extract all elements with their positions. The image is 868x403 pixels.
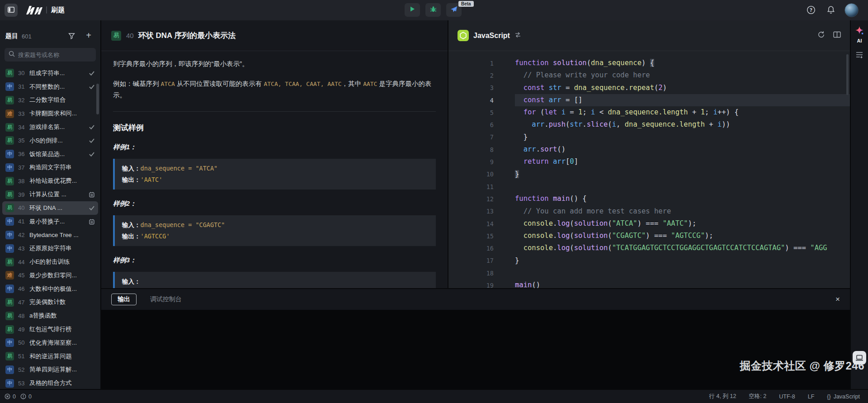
tab-debug-console[interactable]: 调试控制台 [150,295,182,303]
problem-list-item[interactable]: 中37构造回文字符串 [0,161,100,175]
queue-icon[interactable] [855,51,863,60]
top-bar: 刷题 Beta ? [0,0,868,20]
code-line[interactable]: 19main() [448,279,850,288]
code-line[interactable]: 1function solution(dna_sequence) { [448,57,850,69]
problem-list-item[interactable]: 难33卡牌翻面求和问... [0,107,100,120]
problem-list-item[interactable]: 易49红包运气排行榜 [0,322,100,336]
code-line[interactable]: 13 // You can add more test cases here [448,205,850,218]
problem-list-item[interactable]: 易51和的逆运算问题 [0,350,100,363]
code-line[interactable]: 14 console.log(solution("ATCA") === "AAT… [448,218,850,230]
problem-list-item[interactable]: 中36饭馆菜品选... [0,147,100,161]
indent-setting[interactable]: 空格: 2 [749,393,766,400]
run-button[interactable] [405,3,420,17]
layout-split-icon[interactable] [833,31,841,40]
problem-list-item[interactable]: 中42Bytedance Tree ... [0,228,100,242]
code-line[interactable]: 3 const str = dna_sequence.repeat(2) [448,82,850,94]
problem-list-item[interactable]: 易38补给站最优花费... [0,174,100,188]
code-line[interactable]: 17} [448,255,850,267]
code-area[interactable]: 1function solution(dna_sequence) {2 // P… [448,51,850,288]
code-line[interactable]: 9 return arr[0] [448,156,850,168]
sidebar-toggle-button[interactable] [5,4,18,17]
help-icon[interactable]: ? [807,5,816,16]
user-avatar[interactable] [844,3,859,17]
code-line[interactable]: 6 arr.push(str.slice(i, dna_sequence.len… [448,119,850,131]
tab-output[interactable]: 输出 [111,294,137,305]
difficulty-badge: 中 [5,231,14,239]
problem-list-item[interactable]: 难45最少步数归零问... [0,269,100,282]
line-number: 19 [448,282,500,288]
difficulty-badge: 中 [5,244,14,253]
eol-setting[interactable]: LF [808,394,815,400]
problem-number: 36 [18,151,27,157]
panel-toggle-icon [8,6,14,14]
problem-number: 50 [18,339,27,346]
problem-list-item[interactable]: 易34游戏排名第... [0,120,100,134]
code-line[interactable]: 8 arr.sort() [448,143,850,156]
problem-list-item[interactable]: 易47完美偶数计数 [0,296,100,309]
error-counter[interactable]: 0 [5,394,16,400]
play-icon [409,6,415,14]
difficulty-badge: 中 [5,338,14,347]
problem-title: 环状 DNA ... [29,204,62,212]
problem-list-item[interactable]: 中41最小替换子... [0,215,100,228]
line-number: 12 [448,195,500,203]
editor-scrollbar[interactable] [846,54,849,95]
problem-list-item[interactable]: 易39计算从位置 ... [0,188,100,201]
code-editor-panel: JavaScript 1function solution(dna_sequen… [448,20,850,288]
problem-list-item[interactable]: 中53及格的组合方式 [0,376,100,389]
sample-box: 输入： [113,272,436,288]
problem-list-item[interactable]: 易30组成字符串... [0,66,100,80]
language-mode[interactable]: {} JavaScript [827,394,860,400]
debug-button[interactable] [425,3,441,17]
problem-title: 游戏排名第... [29,123,65,131]
close-icon[interactable]: × [835,295,840,304]
problem-list-item[interactable]: 易44小E的射击训练 [0,255,100,269]
problem-list: 易30组成字符串...中31不同整数的...易32二分数字组合难33卡牌翻面求和… [0,66,100,389]
problem-number: 42 [18,232,27,238]
problem-list-item[interactable]: 中46大数和中的极值... [0,282,100,296]
add-problem-button[interactable]: + [86,30,91,41]
code-line[interactable]: 5 for (let i = 1; i < dna_sequence.lengt… [448,106,850,119]
sample-heading: 样例3： [113,256,436,265]
problem-number: 37 [18,164,27,171]
code-text: // Please write your code here [515,69,850,81]
code-text: console.log(solution("ATCA") === "AATC")… [515,218,850,230]
encoding[interactable]: UTF-8 [779,394,795,400]
code-line[interactable]: 16 console.log(solution("TCATGGAGTGCTCCT… [448,242,850,254]
problem-list-item[interactable]: 中31不同整数的... [0,80,100,94]
problem-number: 38 [18,178,27,185]
search-input[interactable] [18,52,90,58]
problem-title: 还原原始字符串 [29,244,72,252]
problem-title: Bytedance Tree ... [29,232,79,238]
difficulty-badge: 易 [5,352,14,360]
warning-counter[interactable]: 0 [20,394,32,400]
problem-list-item[interactable]: 易35小S的倒排... [0,134,100,147]
code-line[interactable]: 12function main() { [448,193,850,205]
reset-code-icon[interactable] [817,31,825,40]
code-line[interactable]: 11 [448,180,850,193]
problem-title: 饭馆菜品选... [29,150,65,158]
language-switch-icon[interactable] [514,32,521,40]
filter-button[interactable] [68,33,75,41]
code-line[interactable]: 15 console.log(solution("CGAGTC") === "A… [448,230,850,242]
problem-list-item[interactable]: 易32二分数字组合 [0,94,100,107]
code-text: const arr = [] [515,94,850,106]
code-line[interactable]: 2 // Please write your code here [448,69,850,81]
code-line[interactable]: 10} [448,168,850,180]
ai-assistant-button[interactable]: AI [851,26,868,43]
problem-list-item[interactable]: 易48a替换函数 [0,309,100,322]
search-box[interactable] [5,48,96,62]
problem-list-item[interactable]: 易40环状 DNA ... [2,201,98,215]
code-line[interactable]: 4 const arr = [] [448,94,850,106]
editor-header: JavaScript [448,20,850,51]
code-line[interactable]: 7 } [448,131,850,143]
problem-list-item[interactable]: 中43还原原始字符串 [0,242,100,255]
difficulty-badge: 易 [5,258,14,266]
marscode-logo-icon[interactable] [24,5,43,17]
cursor-position[interactable]: 行 4, 列 12 [709,393,736,400]
code-line[interactable]: 18 [448,267,850,279]
notification-bell-icon[interactable] [826,5,835,16]
problem-list-item[interactable]: 中52简单四则运算解... [0,363,100,377]
problem-list-item[interactable]: 中50优化青海湖至察... [0,336,100,350]
sidebar-scrollbar[interactable] [96,84,99,114]
